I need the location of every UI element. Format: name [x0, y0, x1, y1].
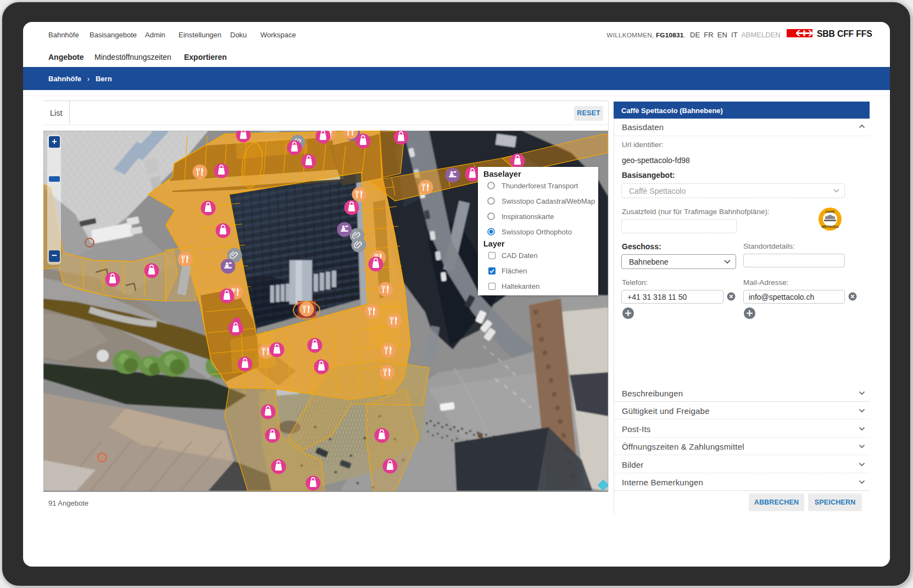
svg-text:SPETTACOLO: SPETTACOLO [821, 226, 838, 228]
svg-text:CAFFÈ: CAFFÈ [826, 210, 835, 214]
